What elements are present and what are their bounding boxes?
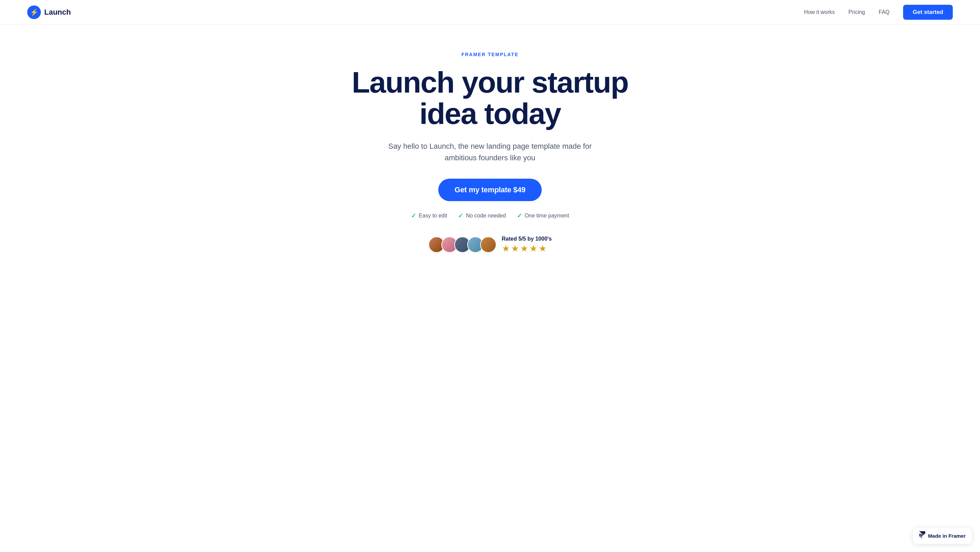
navbar: ⚡ Launch How it works Pricing FAQ Get st…: [0, 0, 980, 24]
check-icon-2: ✓: [458, 212, 463, 220]
star-3: ★: [520, 243, 528, 254]
rating-block: Rated 5/5 by 1000's ★ ★ ★ ★ ★: [502, 236, 552, 254]
hero-subtitle: Say hello to Launch, the new landing pag…: [388, 140, 592, 164]
hero-eyebrow: FRAMER TEMPLATE: [461, 52, 519, 57]
hero-title: Launch your startup idea today: [337, 67, 643, 130]
feature-label-1: Easy to edit: [419, 213, 447, 219]
hero-cta-button[interactable]: Get my template $49: [438, 179, 542, 201]
check-icon-1: ✓: [411, 212, 416, 220]
feature-easy-to-edit: ✓ Easy to edit: [411, 212, 447, 220]
avatar-group: [428, 237, 496, 253]
framer-badge[interactable]: Made in Framer: [913, 528, 972, 544]
star-4: ★: [530, 243, 537, 254]
nav-links: How it works Pricing FAQ Get started: [804, 5, 953, 20]
nav-how-it-works[interactable]: How it works: [804, 9, 835, 15]
logo-name: Launch: [44, 8, 71, 17]
social-proof: Rated 5/5 by 1000's ★ ★ ★ ★ ★: [428, 236, 552, 254]
nav-faq[interactable]: FAQ: [878, 9, 889, 15]
hero-features: ✓ Easy to edit ✓ No code needed ✓ One ti…: [411, 212, 569, 220]
logo-icon: ⚡: [27, 5, 41, 19]
star-2: ★: [511, 243, 519, 254]
avatar-5: [480, 237, 496, 253]
check-icon-3: ✓: [517, 212, 522, 220]
feature-label-2: No code needed: [466, 213, 506, 219]
feature-label-3: One time payment: [525, 213, 569, 219]
nav-get-started-button[interactable]: Get started: [903, 5, 953, 20]
feature-one-time-payment: ✓ One time payment: [517, 212, 569, 220]
framer-icon: [919, 531, 925, 541]
feature-no-code: ✓ No code needed: [458, 212, 506, 220]
nav-pricing[interactable]: Pricing: [848, 9, 865, 15]
star-rating: ★ ★ ★ ★ ★: [502, 243, 546, 254]
framer-badge-label: Made in Framer: [928, 533, 966, 539]
logo[interactable]: ⚡ Launch: [27, 5, 71, 19]
star-5: ★: [539, 243, 546, 254]
star-1: ★: [502, 243, 510, 254]
rating-text: Rated 5/5 by 1000's: [502, 236, 552, 242]
hero-section: FRAMER TEMPLATE Launch your startup idea…: [0, 24, 980, 274]
